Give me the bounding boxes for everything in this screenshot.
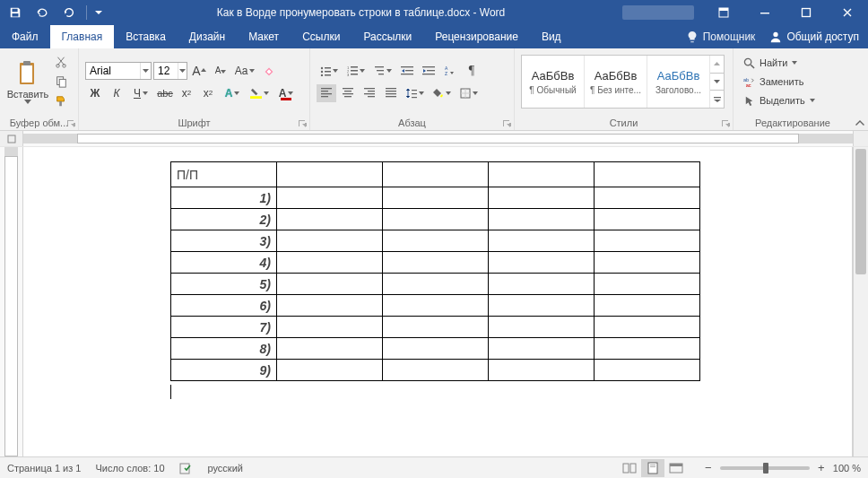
cut-button[interactable] bbox=[51, 53, 71, 71]
ruler-corner[interactable] bbox=[0, 131, 23, 146]
subscript-button[interactable]: x2 bbox=[177, 84, 196, 102]
text-effects-button[interactable]: A bbox=[220, 84, 245, 102]
gallery-up-button[interactable] bbox=[710, 56, 724, 74]
clear-formatting-button[interactable] bbox=[259, 62, 279, 80]
tab-home[interactable]: Главная bbox=[50, 25, 115, 48]
align-right-button[interactable] bbox=[360, 84, 379, 102]
align-center-button[interactable] bbox=[338, 84, 358, 102]
zoom-in-button[interactable]: + bbox=[815, 462, 828, 474]
justify-button[interactable] bbox=[381, 84, 401, 102]
zoom-slider[interactable] bbox=[720, 466, 810, 470]
font-dialog-launcher[interactable] bbox=[298, 119, 307, 128]
align-left-button[interactable] bbox=[317, 84, 336, 102]
gallery-more-button[interactable] bbox=[710, 91, 724, 108]
font-name-dropdown[interactable] bbox=[140, 63, 151, 79]
redo-button[interactable] bbox=[57, 3, 81, 22]
style-nospacing[interactable]: АаБбВв ¶ Без инте... bbox=[585, 56, 647, 108]
strikethrough-button[interactable]: abc bbox=[155, 84, 175, 102]
format-painter-button[interactable] bbox=[51, 92, 71, 110]
numbering-button[interactable]: 123 bbox=[343, 62, 369, 80]
document-canvas[interactable]: П/П 1) 2) 3) 4) 5) 6) 7) 8) 9) bbox=[23, 147, 853, 456]
zoom-out-button[interactable]: − bbox=[702, 462, 715, 474]
style-heading1[interactable]: АаБбВв Заголово... bbox=[647, 56, 710, 108]
superscript-button[interactable]: x2 bbox=[198, 84, 218, 102]
increase-indent-button[interactable] bbox=[419, 62, 438, 80]
font-color-button[interactable]: A bbox=[273, 84, 299, 102]
word-count[interactable]: Число слов: 10 bbox=[95, 463, 164, 474]
account-placeholder[interactable] bbox=[622, 5, 694, 20]
tell-me-input[interactable]: Помощник bbox=[686, 30, 756, 43]
paste-button[interactable]: Вставить bbox=[6, 52, 49, 111]
scrollbar-thumb[interactable] bbox=[855, 149, 866, 274]
underline-button[interactable]: Ч bbox=[128, 84, 153, 102]
quick-access-toolbar bbox=[0, 0, 108, 25]
tab-file[interactable]: Файл bbox=[0, 25, 50, 48]
svg-rect-52 bbox=[386, 93, 396, 94]
ribbon-options-button[interactable] bbox=[703, 0, 744, 25]
show-marks-button[interactable]: ¶ bbox=[462, 62, 482, 80]
borders-button[interactable] bbox=[456, 84, 482, 102]
italic-button[interactable]: К bbox=[107, 84, 126, 102]
save-button[interactable] bbox=[4, 3, 27, 22]
font-size-combo[interactable] bbox=[153, 62, 187, 80]
zoom-level[interactable]: 100 % bbox=[833, 463, 861, 474]
vertical-scrollbar[interactable] bbox=[853, 147, 868, 456]
clipboard-dialog-launcher[interactable] bbox=[66, 119, 75, 128]
table-row: 4) bbox=[171, 252, 700, 274]
sort-button[interactable]: AZ bbox=[440, 62, 460, 80]
svg-rect-44 bbox=[343, 93, 353, 94]
tab-review[interactable]: Рецензирование bbox=[423, 25, 530, 48]
group-label-styles: Стили bbox=[515, 115, 733, 130]
tab-view[interactable]: Вид bbox=[530, 25, 573, 48]
gallery-down-button[interactable] bbox=[710, 74, 724, 91]
share-button[interactable]: Общий доступ bbox=[769, 30, 859, 43]
tab-layout[interactable]: Макет bbox=[237, 25, 291, 48]
font-size-dropdown[interactable] bbox=[178, 63, 187, 79]
qat-customize-button[interactable] bbox=[92, 3, 105, 22]
print-layout-button[interactable] bbox=[641, 459, 664, 477]
font-size-input[interactable] bbox=[154, 63, 178, 79]
style-normal[interactable]: АаБбВв ¶ Обычный bbox=[522, 56, 585, 108]
font-name-input[interactable] bbox=[86, 63, 140, 79]
language-indicator[interactable]: русский bbox=[208, 463, 243, 474]
tab-insert[interactable]: Вставка bbox=[114, 25, 178, 48]
multilevel-list-button[interactable] bbox=[370, 62, 395, 80]
web-layout-button[interactable] bbox=[664, 459, 688, 477]
font-name-combo[interactable] bbox=[85, 62, 152, 80]
group-editing: Найти abac Заменить Выделить Редактирова… bbox=[733, 48, 852, 130]
paragraph-dialog-launcher[interactable] bbox=[502, 119, 511, 128]
table-cell bbox=[489, 295, 595, 317]
select-button[interactable]: Выделить bbox=[740, 91, 819, 109]
bold-button[interactable]: Ж bbox=[85, 84, 105, 102]
svg-rect-48 bbox=[364, 93, 375, 94]
horizontal-ruler[interactable] bbox=[0, 131, 868, 147]
highlight-button[interactable] bbox=[247, 84, 272, 102]
svg-point-61 bbox=[744, 58, 751, 65]
scroll-up-button[interactable] bbox=[853, 131, 868, 146]
page-indicator[interactable]: Страница 1 из 1 bbox=[7, 463, 81, 474]
tab-design[interactable]: Дизайн bbox=[178, 25, 237, 48]
read-mode-button[interactable] bbox=[618, 459, 641, 477]
maximize-button[interactable] bbox=[786, 0, 827, 25]
replace-button[interactable]: abac Заменить bbox=[740, 73, 819, 91]
close-button[interactable] bbox=[827, 0, 868, 25]
grow-font-button[interactable]: A bbox=[189, 62, 209, 80]
copy-button[interactable] bbox=[51, 73, 71, 91]
shrink-font-button[interactable]: A bbox=[211, 62, 230, 80]
tab-references[interactable]: Ссылки bbox=[291, 25, 352, 48]
decrease-indent-button[interactable] bbox=[397, 62, 417, 80]
styles-dialog-launcher[interactable] bbox=[721, 119, 730, 128]
vertical-ruler[interactable] bbox=[0, 147, 23, 456]
find-button[interactable]: Найти bbox=[740, 54, 819, 72]
table-cell bbox=[383, 360, 489, 381]
collapse-ribbon-button[interactable] bbox=[852, 48, 868, 130]
tab-mailings[interactable]: Рассылки bbox=[352, 25, 423, 48]
undo-button[interactable] bbox=[30, 3, 54, 22]
document-table[interactable]: П/П 1) 2) 3) 4) 5) 6) 7) 8) 9) bbox=[170, 161, 700, 381]
change-case-button[interactable]: Aa bbox=[232, 62, 257, 80]
spellcheck-icon[interactable] bbox=[179, 462, 194, 474]
shading-button[interactable] bbox=[430, 84, 455, 102]
minimize-button[interactable] bbox=[744, 0, 786, 25]
line-spacing-button[interactable] bbox=[403, 84, 428, 102]
bullets-button[interactable] bbox=[317, 62, 342, 80]
